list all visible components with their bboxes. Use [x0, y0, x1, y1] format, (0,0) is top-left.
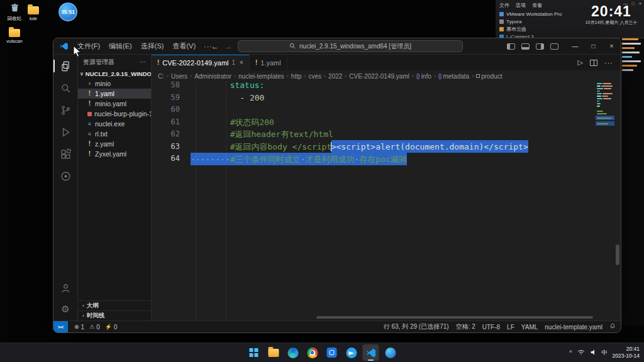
breadcrumb-item-http[interactable]: http — [291, 73, 302, 80]
source-control-icon[interactable] — [58, 103, 72, 117]
file-item-nuclei.exe[interactable]: ≡nuclei.exe — [78, 119, 151, 129]
breadcrumb-item-CVE-2022-0149.yaml[interactable]: CVE-2022-0149.yaml — [349, 73, 409, 80]
tray-clock[interactable]: 20:41 2023-10-14 — [613, 346, 640, 359]
minimap-line — [596, 101, 614, 102]
blue-app-button[interactable] — [324, 344, 340, 361]
language-mode[interactable]: YAML — [521, 324, 538, 331]
task-panel-app[interactable]: 幕布云曲 — [499, 26, 581, 33]
toggle-panel-icon[interactable] — [521, 43, 530, 50]
nav-forward-icon[interactable]: → — [225, 42, 232, 51]
extensions-icon[interactable] — [58, 147, 72, 161]
task-panel-app[interactable]: Typora — [499, 18, 581, 25]
file-item-1.yaml[interactable]: !1.yaml — [78, 89, 151, 99]
desktop: 回收站kdevulscan 35:51 文件选项查看 —□× VMware Wo… — [0, 0, 644, 362]
code-line-58[interactable]: status: — [191, 82, 621, 92]
tab-close-icon[interactable]: × — [240, 59, 243, 66]
split-editor-icon[interactable] — [590, 60, 597, 66]
breadcrumb-item-2022[interactable]: 2022 — [328, 73, 342, 80]
command-center-search[interactable]: nuclei_2.9.15_windows_amd64 [管理员] — [238, 40, 463, 52]
vscode-taskbar-button[interactable] — [363, 344, 379, 361]
task-panel-menu[interactable]: 文件 — [499, 2, 509, 9]
code-token: ><script>alert(document.domain)</script> — [331, 140, 528, 153]
run-button[interactable]: ▷ — [578, 58, 583, 67]
breadcrumb-item-nuclei-templates[interactable]: nuclei-templates — [238, 73, 284, 80]
close-button[interactable]: × — [602, 38, 621, 54]
desktop-icon-folder[interactable]: vulscan — [4, 29, 25, 44]
recording-timer[interactable]: 35:51 — [58, 3, 77, 21]
sidebar-section-时间线[interactable]: ›时间线 — [78, 310, 151, 321]
remote-explorer-icon[interactable] — [58, 169, 72, 183]
chrome-button[interactable] — [304, 344, 321, 361]
maximize-button[interactable]: □ — [584, 38, 602, 54]
volume-icon[interactable] — [590, 349, 597, 357]
file-item-minio.yaml[interactable]: !minio.yaml — [78, 99, 151, 109]
run-debug-icon[interactable] — [58, 125, 72, 139]
vertical-scrollbar[interactable] — [616, 244, 619, 265]
eol-setting[interactable]: LF — [507, 324, 514, 331]
file-item-Zyxel.yaml[interactable]: !Zyxel.yaml — [78, 149, 151, 159]
code-line-60[interactable] — [191, 104, 621, 116]
explorer-icon[interactable] — [58, 59, 72, 73]
menu-选择(S)[interactable]: 选择(S) — [136, 40, 169, 52]
task-panel-app[interactable]: VMware Workstation Pro — [499, 11, 581, 18]
menu-编辑(E)[interactable]: 编辑(E) — [104, 40, 136, 52]
breadcrumb-item-C:[interactable]: C: — [158, 73, 164, 80]
file-item-rl.txt[interactable]: ≡rl.txt — [78, 129, 151, 139]
problems-indicator[interactable]: ⊗1⚠0⚡0 — [74, 324, 118, 331]
messenger-app-button[interactable] — [343, 344, 360, 361]
breadcrumb-item-product[interactable]: product — [476, 73, 502, 80]
breadcrumb-item-Administrator[interactable]: Administrator — [194, 73, 231, 80]
start-button[interactable] — [246, 344, 262, 361]
task-panel-menu[interactable]: 查看 — [532, 2, 542, 9]
code-line-59[interactable]: - 200 — [191, 92, 621, 104]
editor-more-actions[interactable]: ··· — [604, 59, 613, 67]
toggle-sidebar-icon[interactable] — [507, 43, 515, 50]
desktop-icon-folder[interactable]: kde — [23, 6, 44, 21]
sidebar-more-button[interactable]: ··· — [140, 58, 146, 65]
minimap[interactable] — [596, 83, 614, 126]
breadcrumb-item-cves[interactable]: cves — [309, 73, 322, 80]
indentation-setting[interactable]: 空格: 2 — [456, 322, 475, 331]
file-explorer-button[interactable] — [265, 344, 282, 361]
edge-button[interactable] — [285, 344, 301, 361]
file-item-minio[interactable]: ›minio — [78, 79, 151, 89]
tab-1.yaml[interactable]: !1.yaml — [250, 55, 287, 70]
horizontal-scrollbar[interactable] — [316, 316, 593, 319]
yaml-schema[interactable]: nuclei-template.yaml — [545, 324, 602, 331]
cursor-position[interactable]: 行 63, 列 29 (已选择71) — [384, 322, 449, 331]
command-center: ← → nuclei_2.9.15_windows_amd64 [管理员] — [211, 40, 463, 52]
nav-back-icon[interactable]: ← — [211, 42, 219, 51]
breadcrumb-item-info[interactable]: {}info — [416, 73, 431, 80]
ime-indicator[interactable]: 中 — [602, 349, 608, 357]
code-line-63[interactable]: #返回内容body </script><script>alert(documen… — [191, 141, 621, 153]
code-editor[interactable]: 58596061626364 status: - 200 #状态码200 #返回… — [152, 82, 621, 321]
file-item-nuclei-burp-plugin-1....[interactable]: nuclei-burp-plugin-1.... — [78, 109, 151, 119]
settings-gear-icon[interactable]: ⚙ — [58, 302, 72, 315]
breadcrumb-item-Users[interactable]: Users — [171, 73, 187, 80]
code-line-64[interactable]: ········#三个条件同时成立·才是利用成功·存在poc漏洞 — [191, 153, 621, 165]
code-line-61[interactable]: #状态码200 — [191, 116, 621, 129]
tab-CVE-2022-0149.yaml[interactable]: !CVE-2022-0149.yaml1× — [152, 55, 250, 70]
toggle-secondary-sidebar-icon[interactable] — [536, 43, 544, 50]
search-sidebar-icon[interactable] — [58, 81, 72, 95]
desktop-icon-recycle-bin[interactable]: 回收站 — [4, 3, 25, 22]
browser-app-button[interactable] — [382, 344, 399, 361]
notifications-bell-icon[interactable] — [609, 323, 616, 331]
sidebar-section-大纲[interactable]: ›大纲 — [78, 300, 151, 310]
minimize-button[interactable]: — — [566, 38, 584, 54]
task-panel-control[interactable]: × — [639, 1, 641, 6]
encoding-setting[interactable]: UTF-8 — [482, 324, 500, 331]
breadcrumb-separator: › — [287, 73, 289, 79]
menu-查看(V)[interactable]: 查看(V) — [168, 40, 200, 52]
breadcrumb-item-metadata[interactable]: {}metadata — [438, 73, 469, 80]
customize-layout-icon[interactable] — [550, 43, 558, 50]
code-line-62[interactable]: #返回header有text/html — [191, 128, 621, 141]
tray-expand-icon[interactable]: ^ — [569, 349, 572, 356]
file-item-z.yaml[interactable]: !z.yaml — [78, 139, 151, 149]
network-icon[interactable] — [577, 349, 585, 356]
workspace-root-folder[interactable]: ∨ NUCLEI_2.9.15_WINDOWS... — [78, 69, 151, 79]
task-panel-menu[interactable]: 选项 — [516, 2, 526, 9]
vscode-titlebar[interactable]: 文件(F)编辑(E)选择(S)查看(V) ··· ← → nuclei_2.9.… — [53, 38, 621, 55]
account-icon[interactable] — [58, 281, 72, 295]
remote-indicator[interactable]: >< — [53, 321, 68, 332]
